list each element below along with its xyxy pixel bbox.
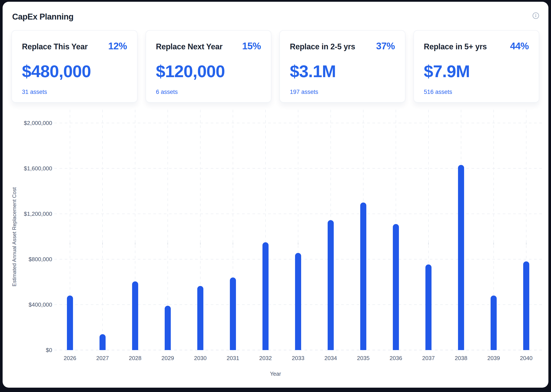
y-tick-label: $2,000,000 [3, 120, 52, 126]
bar-2037[interactable] [425, 265, 432, 350]
x-axis-tick [200, 243, 201, 245]
y-tick-label: $0 [3, 347, 52, 353]
x-tick-label-2038: 2038 [444, 355, 478, 362]
x-tick-label-2034: 2034 [313, 355, 348, 362]
gridline-h-1600000 [54, 168, 543, 169]
bar-2029[interactable] [165, 306, 171, 350]
y-axis-title: Estimated Annual Asset Replacement Cost [11, 187, 17, 286]
gridline-v-2027 [102, 110, 103, 350]
bar-2034[interactable] [328, 220, 334, 350]
gridline-h-2000000 [54, 123, 543, 123]
bar-2027[interactable] [99, 334, 106, 350]
bar-2040[interactable] [523, 261, 529, 350]
x-tick-label-2028: 2028 [118, 355, 153, 362]
x-tick-label-2035: 2035 [346, 355, 381, 362]
x-axis-tick [102, 243, 103, 245]
capex-planning-panel: CapEx Planning Replace This Year 12% $48… [3, 2, 548, 388]
plot-area [54, 110, 543, 350]
bar-2039[interactable] [491, 295, 497, 350]
bar-2030[interactable] [197, 286, 203, 350]
x-axis-tick [493, 243, 494, 245]
x-axis-tick [233, 243, 233, 245]
x-axis-tick [167, 243, 168, 245]
x-tick-label-2029: 2029 [150, 355, 185, 362]
x-axis-tick [526, 243, 526, 245]
x-tick-label-2037: 2037 [411, 355, 446, 362]
y-tick-label: $400,000 [3, 301, 52, 308]
bar-2038[interactable] [458, 165, 464, 350]
bar-2032[interactable] [262, 242, 269, 350]
bar-2036[interactable] [393, 224, 399, 350]
bar-2028[interactable] [132, 281, 138, 350]
x-axis-tick [135, 243, 135, 245]
x-tick-label-2039: 2039 [476, 355, 511, 362]
x-tick-label-2032: 2032 [248, 355, 283, 362]
gridline-h-1200000 [54, 214, 543, 214]
x-tick-label-2036: 2036 [378, 355, 413, 362]
bar-2033[interactable] [295, 253, 301, 350]
x-tick-label-2027: 2027 [85, 355, 120, 362]
capex-bar-chart: Estimated Annual Asset Replacement Cost … [3, 2, 548, 388]
bar-2035[interactable] [360, 203, 366, 350]
y-tick-label: $1,600,000 [3, 165, 52, 172]
bar-2026[interactable] [67, 295, 73, 350]
bar-2031[interactable] [230, 278, 236, 350]
y-tick-label: $800,000 [3, 256, 52, 262]
y-tick-label: $1,200,000 [3, 210, 52, 217]
x-axis-title: Year [270, 371, 281, 377]
x-tick-label-2026: 2026 [53, 355, 87, 362]
x-tick-label-2033: 2033 [281, 355, 315, 362]
x-tick-label-2031: 2031 [216, 355, 250, 362]
x-axis-tick [428, 243, 429, 245]
x-axis-tick [298, 243, 298, 245]
x-tick-label-2040: 2040 [509, 355, 544, 362]
x-axis-tick [70, 243, 70, 245]
x-tick-label-2030: 2030 [183, 355, 218, 362]
